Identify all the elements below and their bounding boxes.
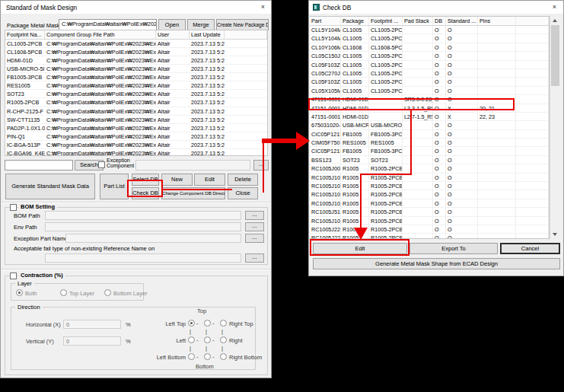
table-row[interactable]: CIM05F750 RES1005 RES1005 O O: [310, 139, 549, 147]
column-header-user[interactable]: User: [156, 30, 190, 39]
acceptable-fail-browse-button[interactable]: ...: [245, 253, 264, 263]
table-row[interactable]: FB1005-3PCB C:₩ProgramData₩altair₩PollEx…: [5, 73, 267, 81]
layer-bottom-radio[interactable]: [104, 289, 111, 296]
table-row[interactable]: IC-BGA-513P C:₩ProgramData₩altair₩PollEx…: [5, 141, 267, 149]
table-row[interactable]: PIN-Q1 C:₩ProgramData₩altair₩PollEx₩2023…: [5, 132, 267, 141]
table-row[interactable]: RC1005J105 R1005 R1005-2PCB O O: [310, 217, 549, 225]
table-row[interactable]: 47151-0001 HDMI-01D L2.7-1.5_R5 O X 22, …: [310, 113, 549, 121]
table-row[interactable]: CIC05P121I FB1005 FB1005-3PCB O O: [310, 130, 549, 139]
table-row[interactable]: RC1005J220 R1005 R1005-2PCB O O: [310, 234, 549, 239]
edit-button[interactable]: Edit: [194, 174, 225, 186]
table-row[interactable]: HDMI-01D C:₩ProgramData₩altair₩PollEx₩20…: [5, 56, 267, 65]
horizontal-x-field[interactable]: 0: [63, 320, 121, 329]
merge-button[interactable]: Merge: [187, 19, 215, 30]
exception-component-field[interactable]: [135, 160, 250, 171]
table-row[interactable]: CL1608-5PCB C:₩ProgramData₩altair₩PollEx…: [5, 48, 267, 56]
column-header-package[interactable]: Package: [341, 17, 369, 25]
column-header-standard[interactable]: Standard ...: [446, 17, 478, 25]
env-path-field[interactable]: [45, 222, 241, 231]
layer-both-radio[interactable]: [16, 289, 23, 296]
close-icon[interactable]: ×: [549, 2, 560, 12]
table-row[interactable]: CL05F103ZF CL1005 CL1005-2PCB O O: [310, 78, 549, 86]
table-row[interactable]: RES1005 C:₩ProgramData₩altair₩PollEx₩202…: [5, 81, 267, 90]
table-row[interactable]: CL10Y106M CL1608 CL1608-5PCB O O: [310, 43, 549, 52]
table-row[interactable]: RC1005J000 R1005 R1005-2PCB O O: [310, 164, 549, 173]
browse-ellipsis-button[interactable]: ...: [253, 160, 269, 171]
vertical-y-field[interactable]: 0: [63, 336, 121, 346]
generate-metal-mask-shape-button[interactable]: Generate Metal Mask Shape from ECAD Desi…: [313, 258, 560, 269]
select-db-button[interactable]: Select DB: [132, 174, 159, 186]
env-path-browse-button[interactable]: ...: [245, 222, 264, 231]
column-header-db[interactable]: DB: [433, 17, 446, 25]
table-row[interactable]: 47151-0001 HDMI-01D SR5.0-0.28_0 O O: [310, 95, 549, 104]
bom-path-browse-button[interactable]: ...: [245, 211, 264, 220]
change-component-db-directory-button[interactable]: Change Component DB Directory: [161, 187, 225, 199]
direction-right-top-radio[interactable]: [220, 320, 227, 327]
direction-top-radio[interactable]: [204, 320, 211, 327]
table-row[interactable]: RC1005J103 R1005 R1005-2PCB O O: [310, 174, 549, 182]
table-row[interactable]: R1005-2PCB C:₩ProgramData₩altair₩PollEx₩…: [5, 98, 267, 107]
table-row[interactable]: CL05X105M CL1005 CL1005-2PCB O O: [310, 87, 549, 95]
table-row[interactable]: SOT23 C:₩ProgramData₩altair₩PollEx₩2023₩…: [5, 90, 267, 98]
package-db-path-field[interactable]: C:₩ProgramData₩altair₩PollEx₩2023₩W: [59, 19, 157, 30]
search-input[interactable]: [5, 160, 73, 171]
cancel-button[interactable]: Cancel: [500, 243, 560, 254]
table-row[interactable]: CLL5Y104M CL1005 CL1005-2PCB O O: [310, 34, 549, 43]
column-header-last-update[interactable]: Last Update: [190, 30, 225, 39]
direction-center-radio[interactable]: [204, 336, 211, 343]
direction-left-top-radio[interactable]: [188, 320, 195, 327]
table-row[interactable]: RC1005J104 R1005 R1005-2PCB O O: [310, 190, 549, 199]
direction-left-bottom-radio[interactable]: [188, 353, 195, 360]
column-header-path[interactable]: Component Group File Path: [45, 30, 156, 39]
bom-setting-checkbox[interactable]: [10, 204, 17, 211]
table-row[interactable]: RC1005J102 R1005 R1005-2PCB O O: [310, 182, 549, 190]
direction-right-radio[interactable]: [220, 336, 227, 343]
bom-path-field[interactable]: [45, 211, 241, 220]
direction-bottom-radio[interactable]: [204, 353, 211, 360]
layer-top-radio[interactable]: [60, 289, 67, 296]
table-row[interactable]: RC1005J223 R1005 R1005-2PCB O O: [310, 225, 549, 234]
exception-part-name-field[interactable]: [65, 234, 241, 243]
column-header-pins[interactable]: Pins: [478, 17, 516, 25]
close-button[interactable]: Close: [228, 187, 258, 199]
acceptable-fail-type-field[interactable]: [45, 253, 241, 263]
vertical-scrollbar[interactable]: [550, 16, 560, 239]
table-row[interactable]: 47151-0001 HDMI-01D L3.3-1.5_R5 O X 20, …: [310, 104, 549, 113]
check-db-button[interactable]: Check DB: [132, 187, 159, 199]
exception-component-checkbox[interactable]: [98, 161, 105, 168]
table-row[interactable]: RC1005J515 R1005 R1005-2PCB O O: [310, 208, 549, 216]
delete-button[interactable]: Delete: [228, 174, 258, 186]
scroll-down-icon[interactable]: [553, 233, 557, 236]
new-button[interactable]: New: [161, 174, 193, 186]
create-new-package-db-button[interactable]: Create New Package DB: [216, 19, 269, 30]
scroll-up-icon[interactable]: [553, 19, 557, 22]
table-row[interactable]: BSS123 SOT23 SOT23 O O: [310, 156, 549, 164]
close-icon[interactable]: ×: [257, 2, 269, 12]
column-header-footprint[interactable]: Footprint Na...: [5, 30, 45, 39]
column-header-footprint[interactable]: Footprint ...: [369, 17, 403, 25]
table-row[interactable]: SW-CTT1135 C:₩ProgramData₩altair₩PollEx₩…: [5, 116, 267, 124]
scrollbar-thumb[interactable]: [551, 25, 559, 86]
table-row[interactable]: CIC05P121I FB1005 FB1005-3PCB O O: [310, 147, 549, 155]
table-row[interactable]: CL05F103ZF CL1005 CL1005-2PCB O O: [310, 61, 549, 69]
generate-standard-mask-data-button[interactable]: Generate Standard Mask Data: [5, 174, 95, 199]
table-row[interactable]: RC1005J103 R1005 R1005-2PCB O O: [310, 199, 549, 208]
table-row[interactable]: CL05C150JB CL1005 CL1005-2PCB O O: [310, 52, 549, 60]
column-header-part[interactable]: Part: [310, 17, 341, 25]
contraction-checkbox[interactable]: [10, 272, 17, 279]
table-row[interactable]: CL05C270JB CL1005 CL1005-2PCB O O: [310, 69, 549, 78]
table-row[interactable]: USB-MICRO-5I C:₩ProgramData₩altair₩PollE…: [5, 65, 267, 73]
table-row[interactable]: 675031020- USB-MICRO USB-MICRO- O O: [310, 121, 549, 129]
table-row[interactable]: CLL5Y104M CL1005 CL1005-2PCB O O: [310, 26, 549, 34]
part-list-button[interactable]: Part List: [100, 174, 129, 199]
table-row[interactable]: CL1005-2PCB C:₩ProgramData₩altair₩PollEx…: [5, 40, 267, 48]
exception-part-browse-button[interactable]: ...: [245, 234, 264, 243]
table-row[interactable]: PAD2P-1.0X1.0 C:₩ProgramData₩altair₩Poll…: [5, 124, 267, 132]
column-header-pad-stack[interactable]: Pad Stack: [403, 17, 433, 25]
table-row[interactable]: R-CHP-2125-F C:₩ProgramData₩altair₩PollE…: [5, 107, 267, 116]
open-button[interactable]: Open: [158, 19, 186, 30]
edit-button[interactable]: Edit: [313, 243, 407, 254]
export-to-button[interactable]: Export To: [409, 243, 498, 254]
table-row[interactable]: IC-BGA96_K4E C:₩ProgramData₩altair₩PollE…: [5, 149, 267, 156]
direction-right-bottom-radio[interactable]: [220, 353, 227, 360]
